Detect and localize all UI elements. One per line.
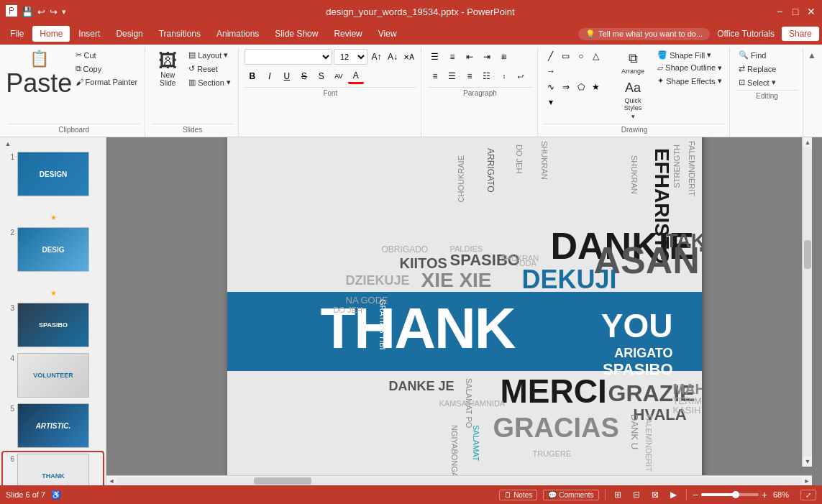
text-direction-button[interactable]: ⮐ xyxy=(513,68,529,84)
underline-button[interactable]: U xyxy=(279,68,295,84)
copy-button[interactable]: ⧉ Copy xyxy=(73,63,141,75)
ribbon-collapse[interactable]: ▲ xyxy=(805,47,819,137)
scroll-up-btn[interactable]: ▲ xyxy=(803,137,813,147)
shape-effects-button[interactable]: ✦ Shape Effects ▾ xyxy=(654,75,725,87)
comments-button[interactable]: 💬 Comments xyxy=(543,490,598,500)
cut-button[interactable]: ✂ Cut xyxy=(73,49,141,61)
new-slide-button[interactable]: 🖼 New Slide xyxy=(151,49,184,89)
slide-thumb-5[interactable]: 5 ARTISTIC. xyxy=(3,402,103,449)
numbering-button[interactable]: ≡ xyxy=(444,49,460,65)
font-family-select[interactable] xyxy=(245,49,332,65)
maximize-btn[interactable]: □ xyxy=(790,6,800,17)
pentagon-shape[interactable]: ⬠ xyxy=(574,80,588,94)
share-button[interactable]: Share xyxy=(782,27,819,41)
paste-button[interactable]: 📋 Paste xyxy=(7,49,71,101)
notes-button[interactable]: 🗒 Notes xyxy=(499,490,537,500)
quick-access-undo[interactable]: ↩ xyxy=(37,6,45,17)
circle-shape[interactable]: ○ xyxy=(574,49,588,63)
find-button[interactable]: 🔍 Find xyxy=(736,49,798,61)
reset-button[interactable]: ↺ Reset xyxy=(186,63,234,75)
word-merci: MERCI xyxy=(501,375,607,408)
slide-canvas[interactable]: THANK YOU ARIGATO SPASIBO CHOUKRAIE ARRI… xyxy=(227,137,702,485)
strikethrough-button[interactable]: S xyxy=(296,68,312,84)
menu-file[interactable]: File xyxy=(3,26,31,42)
menu-home[interactable]: Home xyxy=(32,26,70,42)
text-shadow-button[interactable]: S xyxy=(314,68,329,84)
v-scrollbar[interactable]: ▲ ▼ xyxy=(802,137,812,467)
canvas-area[interactable]: ▲ ▼ THANK YOU ARIGATO SPASIBO CHOUKRAIE … xyxy=(106,137,822,485)
format-painter-button[interactable]: 🖌 Format Painter xyxy=(73,76,141,88)
bullets-button[interactable]: ☰ xyxy=(427,49,443,65)
normal-view-btn[interactable]: ⊞ xyxy=(611,488,624,501)
increase-indent-button[interactable]: ⇥ xyxy=(479,49,495,65)
slide-sorter-btn[interactable]: ⊟ xyxy=(630,488,643,501)
align-left-button[interactable]: ≡ xyxy=(427,68,443,84)
h-scroll-track[interactable] xyxy=(117,477,802,485)
justify-button[interactable]: ☷ xyxy=(479,68,495,84)
slide-thumb-2[interactable]: 2 DESIG ★ xyxy=(3,226,103,298)
reading-view-btn[interactable]: ⊠ xyxy=(649,488,662,501)
font-increase-button[interactable]: A↑ xyxy=(369,49,384,65)
slide-panel[interactable]: ▲ 1 DESIGN ★ 2 DESIG ★ 3 xyxy=(0,137,106,485)
h-scrollbar[interactable]: ◄ ► xyxy=(106,475,812,485)
arrow2-shape[interactable]: ⇒ xyxy=(559,80,573,94)
select-button[interactable]: ⊡ Select ▾ xyxy=(736,76,798,88)
scroll-track-v[interactable] xyxy=(803,147,812,457)
bold-button[interactable]: B xyxy=(245,68,260,84)
close-btn[interactable]: ✕ xyxy=(806,6,816,17)
align-right-button[interactable]: ≡ xyxy=(462,68,478,84)
minimize-btn[interactable]: − xyxy=(775,6,785,17)
shape-fill-button[interactable]: 🪣 Shape Fill ▾ xyxy=(654,49,725,61)
curve-shape[interactable]: ∿ xyxy=(544,80,558,94)
zoom-thumb[interactable] xyxy=(732,491,739,498)
tell-me-input[interactable]: 💡 Tell me what you want to do... xyxy=(578,28,710,40)
menu-animations[interactable]: Animations xyxy=(209,26,266,42)
replace-button[interactable]: ⇄ Replace xyxy=(736,63,798,75)
align-center-button[interactable]: ☰ xyxy=(444,68,460,84)
font-size-select[interactable]: 12 xyxy=(334,49,367,65)
scroll-down-btn[interactable]: ▼ xyxy=(803,457,813,467)
slide-scroll-up[interactable]: ▲ xyxy=(3,140,13,147)
clear-format-button[interactable]: ✕A xyxy=(401,49,416,65)
menu-view[interactable]: View xyxy=(371,26,404,42)
rect-shape[interactable]: ▭ xyxy=(559,49,573,63)
zoom-minus-btn[interactable]: − xyxy=(693,489,698,500)
office-tutorials-link[interactable]: Office Tutorials xyxy=(711,26,780,42)
zoom-plus-btn[interactable]: + xyxy=(762,489,767,500)
quick-access-redo[interactable]: ↪ xyxy=(50,6,58,17)
ribbon-group-font: 12 A↑ A↓ ✕A B I U S S AV A Font xyxy=(240,47,421,137)
menu-review[interactable]: Review xyxy=(326,26,369,42)
menu-transitions[interactable]: Transitions xyxy=(152,26,208,42)
scroll-right-btn[interactable]: ► xyxy=(802,476,812,486)
more-shapes[interactable]: ▾ xyxy=(544,95,558,109)
arrange-button[interactable]: ⧉ Arrange xyxy=(614,49,652,77)
italic-button[interactable]: I xyxy=(262,68,278,84)
slideshow-view-btn[interactable]: ▶ xyxy=(667,488,680,501)
slide-thumb-1[interactable]: 1 DESIGN ★ xyxy=(3,150,103,223)
line-spacing-button[interactable]: ↕ xyxy=(496,68,512,84)
clipboard-sub-buttons: ✂ Cut ⧉ Copy 🖌 Format Painter xyxy=(73,49,141,88)
char-spacing-button[interactable]: AV xyxy=(331,68,347,84)
layout-button[interactable]: ▤ Layout ▾ xyxy=(186,49,234,61)
columns-button[interactable]: ⊞ xyxy=(496,49,512,65)
quick-access-save[interactable]: 💾 xyxy=(22,6,33,17)
arrow-shape[interactable]: → xyxy=(544,64,558,78)
fit-to-window-btn[interactable]: ⤢ xyxy=(800,490,816,500)
quick-styles-button[interactable]: Aa Quick Styles ▾ xyxy=(614,78,652,122)
scroll-left-btn[interactable]: ◄ xyxy=(106,476,117,486)
decrease-indent-button[interactable]: ⇤ xyxy=(462,49,478,65)
font-color-button[interactable]: A xyxy=(348,68,364,84)
star-shape[interactable]: ★ xyxy=(589,80,603,94)
menu-slideshow[interactable]: Slide Show xyxy=(268,26,325,42)
triangle-shape[interactable]: △ xyxy=(589,49,603,63)
menu-design[interactable]: Design xyxy=(109,26,150,42)
shape-outline-button[interactable]: ▱ Shape Outline ▾ xyxy=(654,62,725,74)
font-decrease-button[interactable]: A↓ xyxy=(385,49,401,65)
slide-thumb-4[interactable]: 4 VOLUNTEER xyxy=(3,352,103,399)
line-shape[interactable]: ╱ xyxy=(544,49,558,63)
menu-insert[interactable]: Insert xyxy=(71,26,107,42)
slide-thumb-3[interactable]: 3 SPASIBO xyxy=(3,301,103,349)
zoom-slider-track[interactable] xyxy=(701,493,759,496)
slide-thumb-6[interactable]: 6 THANK ★ xyxy=(3,452,103,485)
section-button[interactable]: ▥ Section ▾ xyxy=(186,76,234,88)
